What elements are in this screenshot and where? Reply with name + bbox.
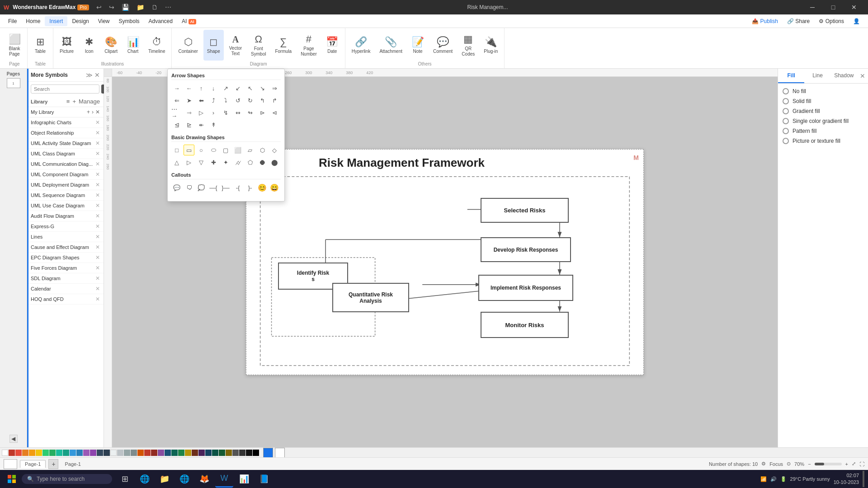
develop-risk-responses-box[interactable]: Develop Risk Responses [481,237,571,262]
arrow-s2[interactable]: ⊲ [269,107,280,118]
close-button[interactable]: ✕ [844,0,864,14]
taskbar-chrome[interactable]: 🌐 [175,470,193,488]
swatch-extra13[interactable] [219,450,225,456]
swatch-darkgray2[interactable] [239,450,245,456]
menu-ai[interactable]: AI AI [177,16,201,26]
close-sdl-icon[interactable]: ✕ [95,275,100,282]
taskbar-edge[interactable]: 🌐 [136,470,154,488]
swatch-black[interactable] [253,450,259,456]
arrow-s5[interactable]: ↞ [196,119,207,130]
arrow-left[interactable]: ← [184,83,194,94]
fill-option-picture[interactable]: Picture or texture fill [783,138,863,144]
close-object-icon[interactable]: ✕ [95,130,100,136]
sidebar-item-uml-comm[interactable]: UML Communication Diag... ✕ [27,159,104,169]
menu-home[interactable]: Home [21,16,45,26]
triangle-up-shape[interactable]: △ [171,157,182,168]
my-library-close-icon[interactable]: ✕ [95,109,100,115]
swatch-red1[interactable] [9,450,15,456]
swatch-extra2[interactable] [144,450,151,456]
menu-options[interactable]: ⚙ Options [814,16,849,26]
circular-arrow-ccw[interactable]: ↻ [245,95,255,106]
swatch-gray2[interactable] [131,450,137,456]
arrow-se[interactable]: ↘ [257,83,268,94]
swatch-extra9[interactable] [192,450,198,456]
curved-arrow-right[interactable]: ⤴ [208,95,219,106]
swatch-orange2[interactable] [29,450,35,456]
icon-button[interactable]: ✱ Icon [79,30,99,61]
sidebar-item-express-g[interactable]: Express-G ✕ [27,221,104,232]
add-page-button[interactable]: + [48,459,58,469]
sidebar-item-uml-sequence[interactable]: UML Sequence Diagram ✕ [27,190,104,201]
zigzag-arrow[interactable]: ↭ [232,107,243,118]
double-arrow-right[interactable]: ⇒ [269,83,280,94]
sidebar-item-uml-component[interactable]: UML Component Diagram ✕ [27,169,104,180]
swatch-extra14[interactable] [226,450,232,456]
octagon-shape[interactable]: ⯃ [257,157,268,168]
fill-option-solid[interactable]: Solid fill [783,98,863,104]
taskbar-firefox[interactable]: 🦊 [195,470,213,488]
swatch-extra1[interactable] [137,450,144,456]
star-shape[interactable]: ✦ [220,157,231,168]
arrow-s1[interactable]: ⊳ [257,107,268,118]
swatch-green1[interactable] [42,450,49,456]
redo-icon[interactable]: ↪ [107,3,116,12]
callout-round[interactable]: 🗨 [184,182,194,193]
vector-text-button[interactable]: A VectorText [226,30,245,61]
swatch-lightgray2[interactable] [117,450,123,456]
triangle-down-shape[interactable]: ▽ [196,157,207,168]
callout-thought[interactable]: 💭 [196,182,207,193]
sidebar-item-epc[interactable]: EPC Diagram Shapes ✕ [27,253,104,263]
minimize-button[interactable]: ─ [802,0,823,14]
save-icon[interactable]: 💾 [120,3,131,12]
new-icon[interactable]: 🗋 [150,3,160,12]
undo-icon[interactable]: ↩ [94,3,104,12]
swatch-extra10[interactable] [198,450,205,456]
swatch-darkgray1[interactable] [232,450,239,456]
callout-happy[interactable]: 😊 [257,182,268,193]
pattern-fill-radio[interactable] [783,128,789,134]
timeline-button[interactable]: ⏱ Timeline [145,30,169,61]
arrow-ne[interactable]: ↗ [220,83,231,94]
swatch-extra12[interactable] [212,450,218,456]
callout-line2[interactable]: }— [220,182,231,193]
taskbar-search[interactable]: 🔍 Type here to search [22,474,112,484]
arrow-s4[interactable]: ⊵ [184,119,194,130]
sidebar-item-sdl[interactable]: SDL Diagram ✕ [27,273,104,284]
page-1-tab[interactable]: Page-1 [20,460,46,468]
clipart-button[interactable]: 🎨 Clipart [101,30,121,61]
my-library-add-icon[interactable]: + [87,109,90,115]
status-focus[interactable]: Focus [769,461,783,467]
double-arrow-left[interactable]: ⇐ [171,95,182,106]
wave-arrow[interactable]: ↯ [220,107,231,118]
fit-to-page-icon[interactable]: ⤢ [852,461,856,467]
taskbar-task-view[interactable]: ⊞ [116,470,134,488]
triangle-right-shape[interactable]: ▷ [184,157,194,168]
gradient-fill-radio[interactable] [783,108,789,114]
cross-shape[interactable]: ✚ [208,157,219,168]
arrow-up[interactable]: ↑ [196,83,207,94]
implement-risk-responses-box[interactable]: Implement Risk Responses [478,275,573,301]
callout-rect[interactable]: 💬 [171,182,182,193]
close-audit-icon[interactable]: ✕ [95,213,100,219]
arrow-right[interactable]: → [171,83,182,94]
close-uml-component-icon[interactable]: ✕ [95,171,100,178]
cylinder-shape[interactable]: ⌭ [232,157,243,168]
picture-button[interactable]: 🖼 Picture [56,30,77,61]
small-arrow-r[interactable]: › [208,107,219,118]
attachment-button[interactable]: 📎 Attachment [376,30,406,61]
hollow-arrow[interactable]: ▷ [196,107,207,118]
sidebar-expand-icon[interactable]: ≫ [86,71,93,79]
swatch-teal1[interactable] [56,450,62,456]
swatch-extra3[interactable] [151,450,157,456]
sidebar-item-object-relationship[interactable]: Object Relationship ✕ [27,128,104,138]
sidebar-item-uml-usecase[interactable]: UML Use Case Diagram ✕ [27,201,104,211]
swatch-green2[interactable] [49,450,56,456]
close-cause-icon[interactable]: ✕ [95,244,100,250]
no-fill-radio[interactable] [783,88,789,94]
arrow-down[interactable]: ↓ [208,83,219,94]
diamond-shape[interactable]: ◇ [269,145,280,155]
swatch-extra11[interactable] [205,450,212,456]
rectangle-shape[interactable]: ▭ Rectangle [184,145,194,155]
more-icon[interactable]: ⋯ [163,3,173,12]
menu-view[interactable]: View [94,16,114,26]
